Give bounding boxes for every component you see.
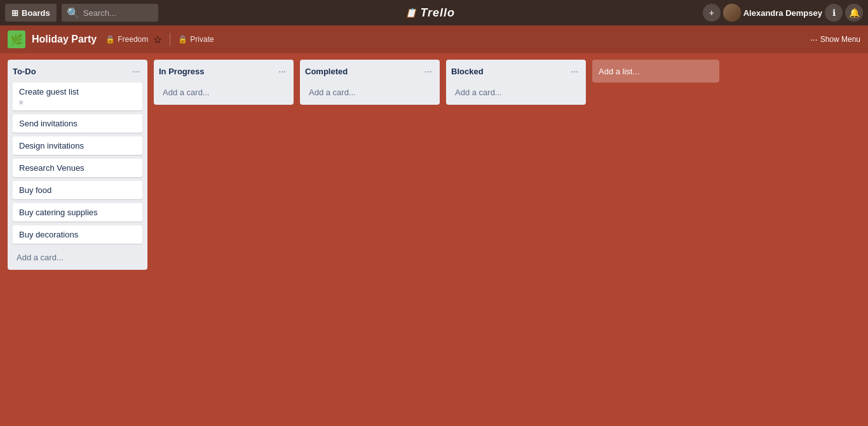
card-attachment-icon: ≡ [19,98,23,106]
list-title-inprogress: In Progress [159,67,205,76]
card[interactable]: Buy food [13,181,142,199]
boards-grid-icon: ⊞ [11,8,18,18]
list-header-completed: Completed··· [305,65,435,77]
add-card-button-todo[interactable]: Add a card... [13,250,142,265]
bell-icon: 🔔 [849,8,860,18]
list-header-inprogress: In Progress··· [159,65,288,77]
info-button[interactable]: ℹ [825,4,843,22]
search-bar: 🔍 [62,4,158,22]
card[interactable]: Create guest list≡ [13,83,142,110]
list-blocked: Blocked···Add a card... [446,60,586,105]
card-text: Buy catering supplies [19,208,98,217]
visibility-label: Private [190,35,214,44]
list-todo: To-Do···Create guest list≡Send invitatio… [8,60,147,270]
nav-center: 📋 Trello [163,6,698,20]
header-divider [170,33,170,46]
info-icon: ℹ [832,8,836,18]
username-label[interactable]: Alexandra Dempsey [743,8,822,18]
plus-icon: + [709,8,714,18]
list-menu-button-inprogress[interactable]: ··· [276,65,288,77]
card[interactable]: Buy catering supplies [13,203,142,222]
trello-logo: 📋 Trello [405,6,455,20]
lock-icon: 🔒 [105,35,115,44]
card-text: Create guest list [19,87,79,97]
list-menu-button-todo[interactable]: ··· [130,65,142,77]
add-button[interactable]: + [703,4,721,22]
card-text: Buy food [19,185,51,195]
board-meta: 🔒 Freedom ☆ 🔒 Private [105,33,214,46]
board-title[interactable]: Holiday Party [32,34,97,45]
list-header-todo: To-Do··· [13,65,142,77]
card[interactable]: Design invitations [13,136,142,155]
add-card-button-completed[interactable]: Add a card... [305,85,435,100]
list-header-blocked: Blocked··· [451,65,581,77]
card-text: Buy decorations [19,230,78,239]
trello-logo-text: Trello [420,6,455,20]
nav-right: + Alexandra Dempsey ℹ 🔔 [703,4,863,22]
board-header-right: ··· Show Menu [810,34,860,44]
ellipsis-icon: ··· [810,34,818,44]
top-nav: ⊞ Boards 🔍 📋 Trello + Alexandra Dempsey … [0,0,868,25]
list-title-todo: To-Do [13,67,36,76]
avatar[interactable] [723,4,741,22]
board-logo: 🌿 [8,30,25,48]
list-completed: Completed···Add a card... [300,60,440,105]
add-card-button-inprogress[interactable]: Add a card... [159,85,288,100]
trello-logo-icon: 📋 [405,8,417,18]
card[interactable]: Send invitations [13,114,142,133]
workspace-item[interactable]: 🔒 Freedom [105,35,148,44]
shield-icon: 🔒 [178,35,187,44]
avatar-image [723,4,741,22]
star-icon[interactable]: ☆ [153,34,162,46]
visibility-item[interactable]: 🔒 Private [178,35,214,44]
list-menu-button-blocked[interactable]: ··· [568,65,581,77]
card-text: Research Venues [19,163,85,173]
workspace-label: Freedom [118,35,148,44]
add-card-button-blocked[interactable]: Add a card... [451,85,581,100]
board-header: 🌿 Holiday Party 🔒 Freedom ☆ 🔒 Private ··… [0,25,868,53]
card[interactable]: Buy decorations [13,225,142,244]
add-list-button[interactable]: Add a list... [592,60,719,83]
show-menu-label: Show Menu [820,35,860,44]
boards-button[interactable]: ⊞ Boards [5,4,57,22]
board-content: To-Do···Create guest list≡Send invitatio… [0,53,868,276]
list-menu-button-completed[interactable]: ··· [422,65,435,77]
list-inprogress: In Progress···Add a card... [154,60,294,105]
list-title-completed: Completed [305,67,348,76]
list-title-blocked: Blocked [451,67,484,76]
add-list-label: Add a list... [599,67,639,76]
notifications-button[interactable]: 🔔 [845,4,863,22]
show-menu-button[interactable]: ··· Show Menu [810,34,860,44]
card-text: Send invitations [19,119,78,128]
card[interactable]: Research Venues [13,159,142,177]
boards-label: Boards [22,8,50,18]
search-input[interactable] [83,8,153,18]
card-text: Design invitations [19,141,84,150]
search-icon: 🔍 [67,7,79,19]
